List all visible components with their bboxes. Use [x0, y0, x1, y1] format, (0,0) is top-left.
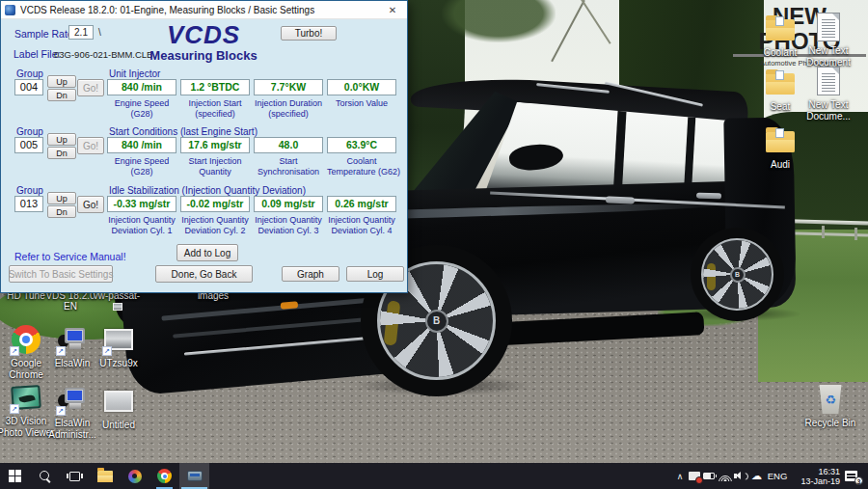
battery-icon[interactable] — [702, 463, 718, 489]
group-number-input[interactable]: 013 — [14, 196, 43, 212]
group-down-button[interactable]: Dn — [47, 205, 76, 218]
measurement-value: 840 /min — [107, 137, 176, 153]
vcds-app-icon — [5, 5, 15, 15]
measurement-value: 0.26 mg/str — [327, 196, 396, 212]
measurement-value: 63.9°C — [327, 137, 396, 153]
desktop-icon-recycle-bin[interactable]: ♻ Recycle Bin — [801, 384, 859, 429]
go-button[interactable]: Go! — [77, 196, 104, 213]
group-number-input[interactable]: 004 — [14, 79, 43, 95]
group-down-button[interactable]: Dn — [47, 89, 76, 101]
language-indicator[interactable]: ENG — [765, 471, 790, 481]
security-alert-icon[interactable] — [688, 463, 702, 489]
paint-button[interactable] — [120, 463, 149, 489]
measurement-cell: 1.2 °BTDC Injection Start (specified) — [180, 79, 250, 119]
measurement-value: 48.0 — [254, 137, 323, 153]
tray-overflow-chevron[interactable]: ∧ — [672, 472, 688, 481]
measurement-cell: 0.0°KW Torsion Value — [327, 79, 396, 119]
system-tray: ∧ ☁ ENG 16:31 13-Jan-19 3 — [672, 463, 868, 489]
measurement-value: 7.7°KW — [254, 79, 323, 95]
measuring-block-row-005: Group 005 Up Dn Go! Start Conditions (la… — [1, 123, 409, 179]
shortcut-arrow-icon: ↗ — [10, 404, 19, 414]
measurement-cell: 63.9°C Coolant Temperature (G62) — [327, 137, 396, 177]
fence-post — [822, 226, 825, 238]
volume-icon[interactable] — [733, 463, 748, 489]
photo-viewer-icon: ↗ — [11, 382, 41, 413]
desktop-icon-untitled[interactable]: Untitled — [90, 386, 148, 431]
measurement-value: 0.0°KW — [327, 79, 396, 95]
measuring-block-row-013: Group 013 Up Dn Go! Idle Stabilization (… — [1, 182, 409, 238]
wheel-center-cap: B — [425, 310, 448, 333]
text-file-icon — [813, 12, 844, 42]
taskbar-clock[interactable]: 16:31 13-Jan-19 — [790, 467, 842, 486]
activity-spinner: \ — [98, 27, 101, 38]
group-header: Unit Injector — [109, 68, 160, 79]
action-center-button[interactable]: 3 — [842, 463, 863, 489]
image-thumbnail-icon — [113, 303, 122, 311]
group-number-input[interactable]: 005 — [14, 137, 43, 153]
car-grille-strip — [173, 315, 385, 338]
sample-rate-value: 2.1 — [68, 25, 94, 40]
desktop-icon-vw-passat[interactable]: vw-passat- — [89, 290, 145, 312]
measurement-value: 1.2 °BTDC — [180, 79, 250, 95]
window-title: VCDS Release 18.2.0: 01-Engine, Measurin… — [20, 5, 378, 15]
file-explorer-button[interactable] — [90, 463, 120, 489]
group-down-button[interactable]: Dn — [47, 147, 76, 159]
measurement-cell: 840 /min Engine Speed (G28) — [107, 137, 176, 177]
add-to-log-button[interactable]: Add to Log — [176, 244, 238, 261]
switch-to-basic-settings-button[interactable]: Switch To Basic Settings — [9, 265, 113, 283]
title-bar[interactable]: VCDS Release 18.2.0: 01-Engine, Measurin… — [1, 1, 407, 19]
measurement-value: 840 /min — [107, 79, 176, 95]
shortcut-arrow-icon: ↗ — [56, 346, 66, 356]
done-go-back-button[interactable]: Done, Go Back — [155, 265, 253, 283]
wheel-center-cap: B — [730, 267, 746, 283]
branch — [579, 0, 610, 44]
chrome-taskbar-button[interactable] — [149, 463, 179, 489]
window-client-area: Sample Rate: 2.1 \ Label File: 03G-906-0… — [1, 19, 407, 292]
wifi-icon[interactable] — [718, 463, 733, 489]
measuring-block-row-004: Group 004 Up Dn Go! Unit Injector 840 /m… — [1, 66, 409, 122]
onedrive-cloud-icon[interactable]: ☁ — [748, 470, 765, 482]
taskbar: ∧ ☁ ENG 16:31 13-Jan-19 3 — [0, 463, 868, 489]
group-up-button[interactable]: Up — [47, 192, 76, 204]
taskbar-search-button[interactable] — [30, 463, 60, 489]
vcds-window: VCDS Release 18.2.0: 01-Engine, Measurin… — [0, 0, 408, 293]
car-door-handle — [606, 196, 635, 204]
close-button[interactable]: ✕ — [378, 1, 407, 19]
go-button[interactable]: Go! — [77, 79, 104, 96]
chrome-icon: ↗ — [11, 324, 41, 355]
start-button[interactable] — [0, 463, 30, 489]
sample-rate-label: Sample Rate: — [14, 28, 76, 40]
desktop-icon-audi[interactable]: Audi — [751, 125, 809, 171]
measurement-cell: 7.7°KW Injection Duration (specified) — [254, 79, 323, 119]
desktop-icon-new-text-document[interactable]: New Text Document — [800, 12, 857, 68]
log-button[interactable]: Log — [346, 266, 404, 282]
shortcut-arrow-icon: ↗ — [10, 346, 19, 356]
measurement-cell: 0.09 mg/str Injection Quantity Deviation… — [254, 196, 323, 235]
shortcut-arrow-icon: ↗ — [102, 346, 112, 356]
shortcut-arrow-icon: ↗ — [56, 406, 66, 416]
group-up-button[interactable]: Up — [47, 133, 76, 146]
branch — [551, 0, 585, 62]
measurement-cell: -0.02 mg/str Injection Quantity Deviatio… — [180, 196, 250, 235]
go-button[interactable]: Go! — [77, 137, 104, 154]
vcds-logo-subtitle: Measuring Blocks — [117, 48, 290, 63]
graph-button[interactable]: Graph — [282, 266, 339, 282]
group-caption: Group — [16, 126, 43, 137]
measurement-cell: 48.0 Start Synchronisation — [254, 137, 323, 177]
date: 13-Jan-19 — [800, 476, 840, 486]
computer-monitor-icon: ↗ — [57, 324, 88, 355]
measurement-cell: 0.26 mg/str Injection Quantity Deviation… — [327, 196, 396, 235]
measurement-value: 17.6 mg/str — [180, 137, 250, 153]
task-view-button[interactable] — [60, 463, 90, 489]
chrome-icon — [157, 469, 172, 483]
time: 16:31 — [818, 467, 840, 476]
folder-icon — [97, 471, 113, 482]
desktop-icon-utzsu9x[interactable]: ↗ UTzsu9x — [90, 324, 148, 369]
group-header: Start Conditions (last Engine Start) — [109, 126, 258, 137]
group-up-button[interactable]: Up — [47, 75, 76, 88]
vcds-taskbar-button[interactable] — [179, 463, 209, 489]
desktop-icon-new-text-docume[interactable]: New Text Docume... — [800, 66, 857, 122]
folder-icon — [765, 68, 796, 98]
measurement-cell: 17.6 mg/str Start Injection Quantity — [180, 137, 250, 177]
turbo-button[interactable]: Turbo! — [281, 26, 337, 41]
